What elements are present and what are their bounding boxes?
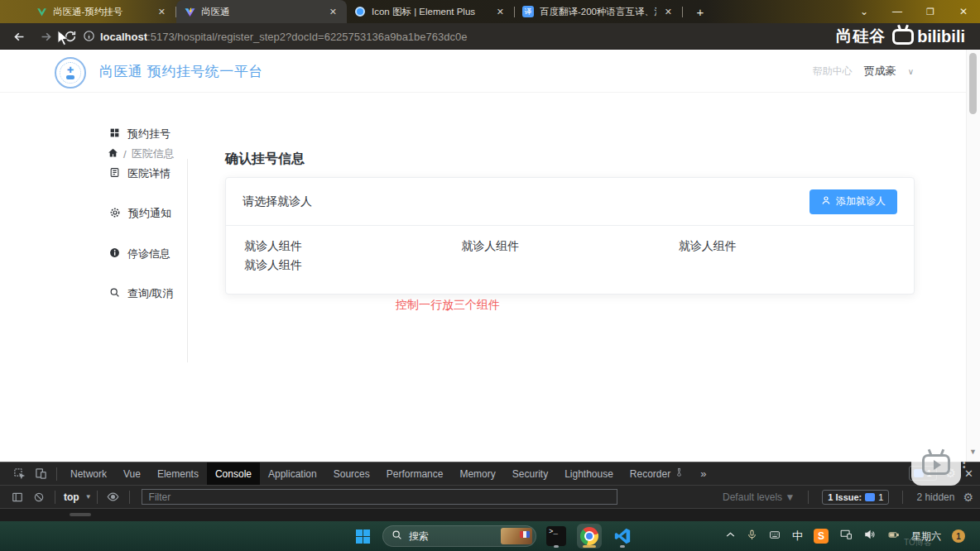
devtools-tab-application[interactable]: Application [260, 462, 325, 485]
toolbar-divider [902, 491, 903, 504]
patient-card-body: 就诊人组件 就诊人组件 就诊人组件 就诊人组件 [226, 226, 914, 285]
start-button[interactable] [352, 524, 373, 549]
console-sidebar-icon[interactable] [7, 488, 28, 506]
browser-tab-1[interactable]: 尚医通-预约挂号 ✕ [28, 0, 175, 23]
page-info-icon[interactable] [83, 30, 95, 46]
new-tab-button[interactable]: + [689, 0, 711, 23]
back-button[interactable] [10, 27, 28, 46]
tab-title: 百度翻译-200种语言互译、沟通 [540, 6, 656, 18]
browser-tab-4[interactable]: 译 百度翻译-200种语言互译、沟通 ✕ [515, 0, 682, 23]
scrollbar-down-arrow[interactable]: ▼ [969, 448, 977, 456]
tab-close-icon[interactable]: ✕ [494, 7, 507, 17]
devtools-tab-console[interactable]: Console [207, 462, 260, 485]
touch-keyboard-icon[interactable] [768, 529, 781, 544]
tab-close-icon[interactable]: ✕ [156, 7, 168, 17]
search-label: 搜索 [409, 529, 501, 544]
device-toolbar-icon[interactable] [30, 465, 51, 483]
sidebar-item-suspension[interactable]: 停诊信息 [109, 247, 171, 261]
speaker-icon[interactable] [863, 529, 876, 544]
patient-component[interactable]: 就诊人组件 [679, 237, 896, 255]
baidu-translate-favicon-icon: 译 [522, 6, 534, 17]
site-title: 尚医通 预约挂号统一平台 [99, 62, 263, 81]
tab-divider [682, 7, 683, 17]
search-highlight-image[interactable] [501, 528, 532, 544]
player-dots-icon: ••• [963, 457, 966, 469]
tab-close-icon[interactable]: ✕ [327, 7, 339, 17]
devtools-tab-network[interactable]: Network [62, 462, 115, 485]
sogou-input-icon[interactable]: S [814, 529, 829, 544]
chrome-app-icon[interactable] [576, 524, 603, 549]
more-tabs-button[interactable]: » [692, 467, 714, 480]
context-selector[interactable]: top [64, 491, 79, 503]
patient-card: 请选择就诊人 添加就诊人 就诊人组件 就诊人组件 就诊人组件 就诊人组件 [225, 177, 915, 295]
close-window-icon[interactable]: ✕ [947, 6, 980, 17]
inspect-element-icon[interactable] [8, 465, 30, 483]
vscode-app-icon[interactable] [612, 524, 633, 549]
browser-tabstrip: 尚医通-预约挂号 ✕ 尚医通 ✕ Icon 图标 | Element Plus … [0, 0, 980, 23]
faint-watermark: TO博客 [904, 537, 932, 549]
sidebar-item-register[interactable]: 预约挂号 [109, 127, 171, 141]
devtools-panel: Network Vue Elements Console Application… [0, 462, 980, 521]
browser-tab-2-active[interactable]: 尚医通 ✕ [176, 0, 347, 23]
devtools-tab-elements[interactable]: Elements [149, 462, 207, 485]
web-page: ✚ 尚医通 预约挂号统一平台 帮助中心 贾成豪 ∨ / 医院信息 预约挂号 [0, 50, 980, 462]
hospital-logo-icon: ✚ [55, 57, 86, 89]
home-icon[interactable] [108, 147, 118, 161]
element-plus-favicon-icon [354, 6, 366, 17]
tab-title: 尚医通 [201, 6, 321, 18]
devtools-tab-performance[interactable]: Performance [378, 462, 452, 485]
ime-indicator[interactable]: 中 [792, 529, 803, 544]
sidebar-item-query-cancel[interactable]: 查询/取消 [109, 286, 174, 301]
address-bar[interactable]: localhost:5173/hospital/register_step2?d… [100, 31, 467, 43]
devtools-tab-sources[interactable]: Sources [325, 462, 378, 485]
minimize-icon[interactable]: — [881, 6, 914, 17]
forward-button[interactable] [36, 27, 55, 46]
patient-component[interactable]: 就诊人组件 [244, 256, 461, 274]
watermark-brand-text: 尚硅谷 [836, 26, 886, 47]
toolbar-divider [55, 491, 55, 504]
default-levels-dropdown[interactable]: Default levels ▼ [723, 491, 795, 503]
help-center-link[interactable]: 帮助中心 [813, 65, 853, 79]
cast-display-icon[interactable] [839, 529, 853, 544]
console-filter-input[interactable] [142, 489, 617, 505]
devtools-tab-lighthouse[interactable]: Lighthouse [556, 462, 622, 485]
add-patient-button[interactable]: 添加就诊人 [809, 189, 897, 214]
patient-component[interactable]: 就诊人组件 [461, 237, 678, 255]
notification-badge[interactable]: 1 [952, 529, 965, 543]
toolbar-divider [56, 467, 57, 481]
console-output-area[interactable] [0, 509, 980, 521]
battery-icon[interactable] [886, 529, 901, 544]
browser-tab-3[interactable]: Icon 图标 | Element Plus ✕ [347, 0, 514, 23]
devtools-tab-memory[interactable]: Memory [451, 462, 503, 485]
devtools-tab-recorder[interactable]: Recorder [622, 462, 692, 485]
microphone-icon[interactable] [747, 529, 757, 544]
tray-expand-icon[interactable] [725, 529, 736, 544]
tab-close-icon[interactable]: ✕ [662, 7, 675, 17]
taskbar-search[interactable]: 搜索 [382, 525, 536, 547]
devtools-tabbar: Network Vue Elements Console Application… [0, 462, 980, 486]
grid-icon [109, 127, 120, 141]
devtools-tab-security[interactable]: Security [504, 462, 556, 485]
issue-chat-icon [865, 493, 875, 501]
devtools-tab-vue[interactable]: Vue [115, 462, 149, 485]
terminal-app-icon[interactable]: >_ [545, 524, 567, 549]
header-right: 帮助中心 贾成豪 ∨ [813, 64, 914, 79]
toolbar-divider [129, 491, 130, 504]
patient-component[interactable]: 就诊人组件 [244, 237, 461, 255]
video-watermark: 尚硅谷 bilibili [836, 26, 965, 47]
live-expression-eye-icon[interactable] [103, 488, 124, 506]
clear-console-icon[interactable] [28, 488, 50, 506]
scrollbar-thumb[interactable] [969, 53, 977, 114]
console-settings-icon[interactable]: ⚙ [963, 491, 973, 504]
horizontal-scroll-nub[interactable] [70, 513, 91, 516]
username[interactable]: 贾成豪 [864, 64, 896, 79]
issues-counter[interactable]: 1 Issue: 1 [822, 490, 889, 505]
chevron-down-icon[interactable]: ∨ [908, 67, 914, 76]
restore-icon[interactable]: ❐ [914, 7, 947, 17]
tab-search-icon[interactable]: ⌄ [848, 6, 881, 17]
sidebar-item-notice[interactable]: 预约通知 [109, 206, 171, 221]
hidden-messages-label[interactable]: 2 hidden [916, 491, 954, 503]
sidebar-item-hospital-detail[interactable]: 医院详情 [109, 166, 171, 181]
bilibili-play-overlay[interactable] [911, 443, 961, 486]
vite-favicon-icon [184, 6, 195, 17]
